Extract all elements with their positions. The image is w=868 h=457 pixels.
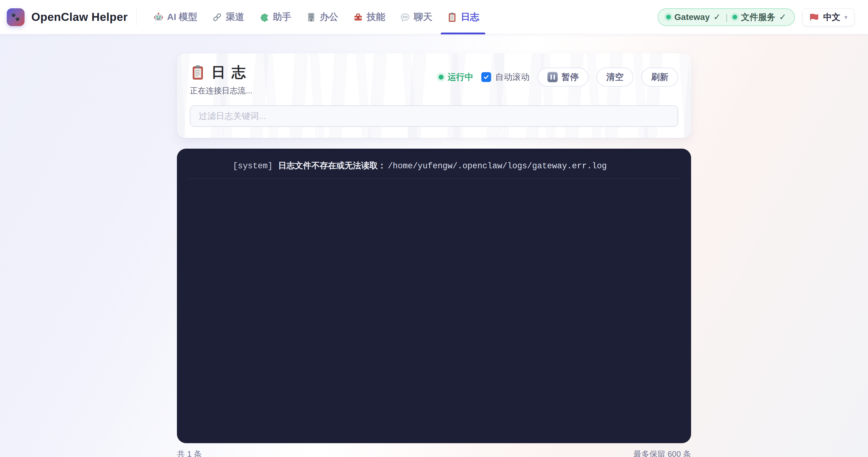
checkbox-checked-icon[interactable] bbox=[481, 72, 491, 82]
link-icon bbox=[212, 12, 222, 23]
top-navbar: OpenClaw Helper AI 模型 bbox=[0, 0, 868, 34]
nav-item-logs[interactable]: 日志 bbox=[439, 0, 487, 34]
nav-label: AI 模型 bbox=[167, 11, 197, 23]
nav-item-ai-models[interactable]: AI 模型 bbox=[146, 0, 205, 34]
filter-input[interactable] bbox=[190, 105, 678, 127]
services-status-badge: Gateway ✓ | 文件服务 ✓ bbox=[658, 8, 795, 26]
nav-item-office[interactable]: 办公 bbox=[299, 0, 345, 34]
building-icon bbox=[306, 12, 316, 23]
log-viewer[interactable]: [system]日志文件不存在或无法读取：/home/yufengw/.open… bbox=[177, 149, 691, 443]
log-entry-tag: [system] bbox=[233, 161, 273, 171]
connection-status-text: 正在连接日志流... bbox=[190, 85, 252, 96]
main-nav: AI 模型 渠道 助手 bbox=[146, 0, 487, 34]
nav-item-skills[interactable]: 技能 bbox=[345, 0, 393, 34]
green-dot-icon bbox=[733, 15, 737, 19]
brand[interactable]: OpenClaw Helper bbox=[7, 8, 128, 26]
nav-label: 助手 bbox=[273, 11, 291, 23]
log-entry-message: 日志文件不存在或无法读取： bbox=[278, 161, 386, 171]
pause-icon bbox=[547, 72, 558, 82]
check-icon: ✓ bbox=[779, 12, 786, 22]
refresh-button[interactable]: 刷新 bbox=[641, 67, 678, 87]
language-label: 中文 bbox=[823, 11, 840, 23]
badge-separator: | bbox=[724, 12, 729, 22]
chat-icon bbox=[400, 12, 410, 23]
clear-button[interactable]: 清空 bbox=[596, 67, 633, 87]
puzzle-icon bbox=[259, 12, 269, 23]
clipboard-icon bbox=[190, 64, 206, 81]
nav-divider bbox=[136, 9, 137, 26]
check-icon: ✓ bbox=[713, 12, 720, 22]
running-status-label: 运行中 bbox=[447, 71, 473, 83]
nav-label: 办公 bbox=[320, 11, 338, 23]
logs-header-card: 日志 正在连接日志流... 运行中 自动滚动 bbox=[177, 54, 691, 138]
pause-button-label: 暂停 bbox=[561, 71, 579, 83]
service-files-label: 文件服务 bbox=[741, 11, 775, 23]
nav-label: 日志 bbox=[461, 11, 479, 23]
nav-label: 聊天 bbox=[414, 11, 432, 23]
nav-item-assistant[interactable]: 助手 bbox=[252, 0, 299, 34]
refresh-button-label: 刷新 bbox=[651, 71, 669, 83]
running-status: 运行中 bbox=[439, 71, 473, 83]
log-count: 共 1 条 bbox=[177, 449, 202, 457]
toolbox-icon bbox=[353, 12, 363, 23]
log-controls: 运行中 自动滚动 暂停 清空 bbox=[439, 67, 678, 87]
nav-label: 渠道 bbox=[226, 11, 244, 23]
title-block: 日志 正在连接日志流... bbox=[190, 64, 252, 96]
log-footer: 共 1 条 最多保留 600 条 bbox=[177, 449, 691, 457]
pause-button[interactable]: 暂停 bbox=[537, 67, 589, 87]
nav-item-channels[interactable]: 渠道 bbox=[205, 0, 252, 34]
nav-label: 技能 bbox=[367, 11, 385, 23]
log-entry-path: /home/yufengw/.openclaw/logs/gateway.err… bbox=[388, 161, 607, 171]
language-selector[interactable]: 中文 ▾ bbox=[802, 8, 855, 26]
nav-item-chat[interactable]: 聊天 bbox=[393, 0, 439, 34]
autoscroll-label: 自动滚动 bbox=[495, 71, 529, 83]
app-logo-paw-icon bbox=[7, 8, 25, 26]
service-gateway-label: Gateway bbox=[675, 12, 710, 22]
flag-icon bbox=[809, 13, 819, 21]
app-title: OpenClaw Helper bbox=[31, 11, 128, 24]
page-title: 日志 bbox=[211, 65, 252, 80]
log-entry: [system]日志文件不存在或无法读取：/home/yufengw/.open… bbox=[187, 157, 681, 179]
autoscroll-toggle[interactable]: 自动滚动 bbox=[481, 71, 529, 83]
clipboard-icon bbox=[447, 12, 457, 23]
green-dot-icon bbox=[666, 15, 671, 19]
green-dot-icon bbox=[439, 74, 443, 80]
log-retention: 最多保留 600 条 bbox=[633, 449, 691, 457]
chevron-down-icon: ▾ bbox=[844, 13, 847, 21]
clear-button-label: 清空 bbox=[606, 71, 623, 83]
robot-icon bbox=[153, 12, 164, 23]
